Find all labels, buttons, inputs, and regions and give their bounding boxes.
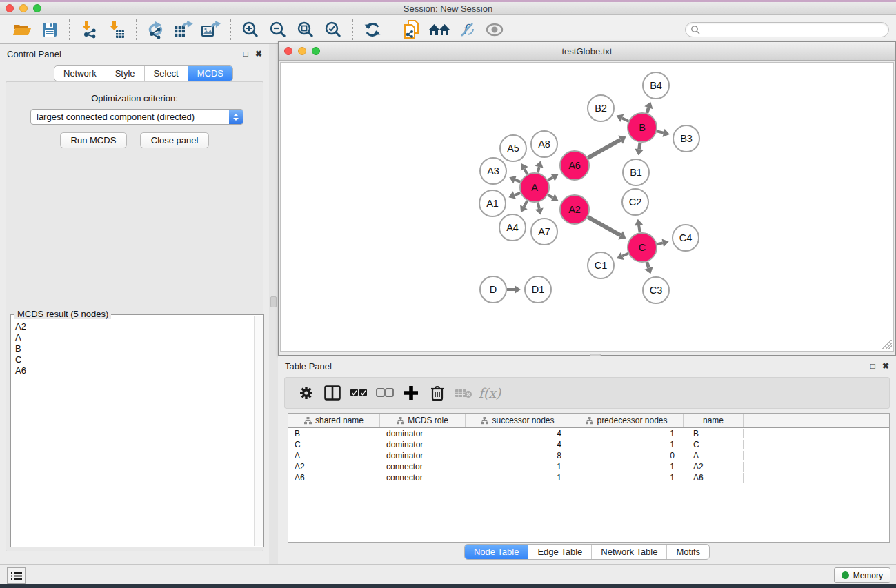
open-session-button[interactable] [8, 18, 36, 41]
graph-edge[interactable] [548, 177, 552, 180]
graph-edge[interactable] [588, 140, 620, 159]
zoom-fit-button[interactable] [292, 18, 319, 41]
graph-edge[interactable] [588, 217, 620, 236]
float-panel-icon[interactable]: □ [870, 361, 875, 371]
graph-edge[interactable] [657, 131, 664, 132]
table-row[interactable]: Bdominator41B [288, 428, 889, 439]
result-item[interactable]: A [12, 332, 253, 343]
export-image-button[interactable] [197, 18, 225, 41]
zoom-out-button[interactable] [264, 18, 292, 41]
table-cell: dominator [380, 429, 466, 438]
desktop-background-strip [0, 584, 896, 588]
edge-arrowhead-icon [535, 207, 544, 214]
tab-motifs[interactable]: Motifs [667, 545, 709, 559]
result-item[interactable]: A6 [12, 365, 253, 376]
hierarchy-icon [304, 417, 312, 425]
result-list-scrollbar[interactable] [254, 316, 263, 546]
add-column-button[interactable] [398, 381, 424, 405]
copy-network-button[interactable] [398, 18, 426, 41]
tab-node-table[interactable]: Node Table [465, 545, 529, 559]
tab-style[interactable]: Style [106, 66, 145, 81]
table-cell: 1 [570, 473, 684, 483]
save-session-button[interactable] [36, 18, 63, 41]
graph-edge[interactable] [647, 262, 649, 268]
graph-node-label: B2 [595, 103, 607, 114]
table-row[interactable]: A6connector11A6 [288, 472, 889, 483]
column-header-predecessor-nodes[interactable]: predecessor nodes [570, 414, 684, 427]
show-graphics-details-button[interactable] [481, 18, 508, 41]
graph-edge[interactable] [524, 201, 527, 207]
mcds-result-list[interactable]: A2ABCA6 [12, 321, 253, 546]
result-item[interactable]: C [12, 354, 253, 365]
result-item[interactable]: B [12, 343, 253, 354]
edge-arrowhead-icon [663, 129, 670, 137]
column-header-mcds-role[interactable]: MCDS role [380, 414, 466, 427]
first-neighbors-button[interactable] [426, 18, 453, 41]
float-panel-icon[interactable]: □ [243, 49, 248, 59]
network-graph[interactable]: B4B2BB3A5A8A6A3B1AA1C2A2A4A7C4CC1DD1C3 [281, 63, 893, 351]
column-layout-button[interactable] [319, 381, 346, 405]
graph-edge[interactable] [538, 167, 539, 172]
table-row[interactable]: Cdominator41C [288, 439, 889, 450]
delete-column-button[interactable] [424, 381, 450, 405]
export-network-button[interactable] [142, 18, 170, 41]
search-field[interactable] [685, 22, 889, 37]
deselect-all-checkboxes-button[interactable] [372, 381, 398, 405]
result-item[interactable]: A2 [12, 321, 253, 332]
criterion-dropdown[interactable]: largest connected component (directed) [30, 109, 243, 125]
tab-select[interactable]: Select [145, 66, 188, 81]
graph-node-label: C [639, 242, 646, 253]
hide-selected-button[interactable]: f [453, 18, 481, 41]
memory-button[interactable]: Memory [834, 567, 890, 583]
graph-node-label: C1 [595, 260, 608, 271]
graph-edge[interactable] [515, 180, 521, 182]
graph-edge[interactable] [639, 143, 640, 150]
tab-edge-table[interactable]: Edge Table [528, 545, 592, 559]
graph-edge[interactable] [515, 193, 521, 195]
column-header-name[interactable]: name [684, 414, 744, 427]
table-row[interactable]: A2connector11A2 [288, 461, 889, 472]
network-window-titlebar[interactable]: testGlobe.txt [279, 42, 895, 61]
column-header-successor-nodes[interactable]: successor nodes [466, 414, 570, 427]
graph-edge[interactable] [548, 195, 552, 198]
table-row[interactable]: Adominator80A [288, 450, 889, 461]
close-panel-icon[interactable]: ✖ [255, 49, 262, 59]
delete-table-button[interactable] [450, 381, 477, 405]
zoom-selected-button[interactable] [319, 18, 347, 41]
search-icon [690, 25, 701, 35]
import-table-button[interactable] [103, 18, 130, 41]
zoom-in-button[interactable] [237, 18, 264, 41]
refresh-layout-button[interactable] [359, 18, 386, 41]
graph-edge[interactable] [622, 118, 628, 121]
export-table-button[interactable] [170, 18, 197, 41]
tab-mcds[interactable]: MCDS [188, 66, 232, 81]
window-resize-grip[interactable] [882, 340, 892, 349]
tab-network-table[interactable]: Network Table [592, 545, 667, 559]
close-panel-icon[interactable]: ✖ [882, 361, 889, 371]
table-panel: Table Panel □ ✖ [278, 356, 896, 563]
task-history-button[interactable] [7, 567, 26, 584]
graph-node-label: B1 [630, 167, 642, 178]
graph-edge[interactable] [524, 169, 527, 174]
vertical-splitter[interactable] [269, 44, 278, 564]
tab-network[interactable]: Network [54, 66, 106, 81]
graph-edge[interactable] [657, 243, 662, 244]
trash-icon [430, 385, 445, 401]
splitter-grip[interactable] [270, 296, 277, 307]
function-builder-button[interactable]: f(x) [477, 381, 503, 405]
network-canvas[interactable]: B4B2BB3A5A8A6A3B1AA1C2A2A4A7C4CC1DD1C3 [280, 62, 894, 352]
memory-status-icon [842, 571, 849, 579]
graph-edge[interactable] [622, 254, 628, 256]
column-header-shared-name[interactable]: shared name [288, 414, 380, 427]
import-network-button[interactable] [75, 18, 103, 41]
select-all-checkboxes-button[interactable] [346, 381, 372, 405]
table-cell: connector [380, 473, 466, 483]
table-settings-button[interactable] [293, 381, 319, 405]
table-cell: B [684, 429, 744, 438]
graph-edge[interactable] [639, 225, 640, 233]
graph-edge[interactable] [538, 202, 539, 208]
close-panel-button[interactable]: Close panel [140, 132, 210, 148]
graph-edge[interactable] [647, 108, 649, 113]
graph-node-label: D [490, 284, 497, 295]
run-mcds-button[interactable]: Run MCDS [60, 132, 128, 148]
